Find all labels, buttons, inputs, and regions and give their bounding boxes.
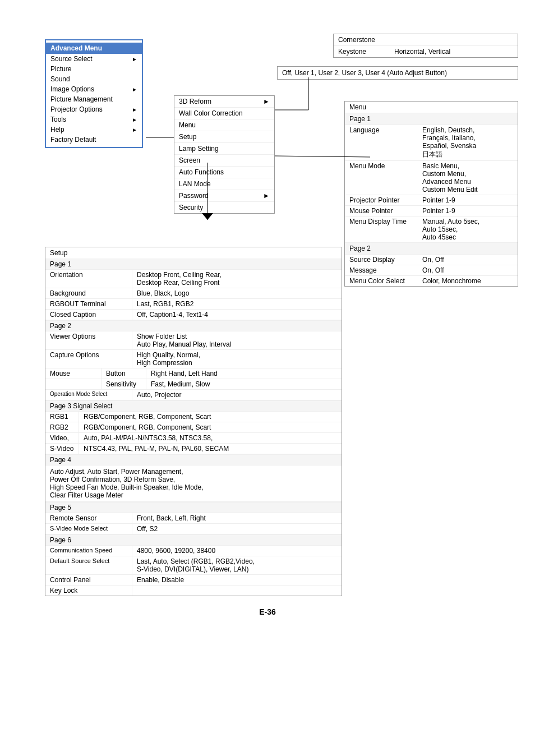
setup-row-caption: Closed Caption Off, Caption1-4, Text1-4	[45, 310, 342, 320]
menu-row-mode: Menu Mode Basic Menu,Custom Menu,Advance…	[345, 160, 518, 195]
setup-row-svideo-mode: S-Video Mode Select Off, S2	[45, 524, 342, 534]
setup-row-orientation: Orientation Desktop Front, Ceiling Rear,…	[45, 270, 342, 288]
reform-item-auto: Auto Functions	[174, 167, 274, 178]
advanced-menu-box: Advanced Menu Source Select ► Picture So…	[45, 39, 143, 148]
menu-right-title: Menu	[345, 102, 518, 113]
keystone-label: Keystone	[334, 46, 390, 57]
setup-row-remote: Remote Sensor Front, Back, Left, Right	[45, 513, 342, 524]
menu-item-projector-options[interactable]: Projector Options ►	[46, 104, 142, 114]
menu-item-image-options[interactable]: Image Options ►	[46, 84, 142, 94]
menu-page1-title: Page 1	[345, 113, 518, 125]
setup-row-default-source: Default Source Select Last, Auto, Select…	[45, 556, 342, 575]
menu-row-proj-pointer: Projector Pointer Pointer 1-9	[345, 195, 518, 205]
svg-marker-5	[202, 213, 213, 220]
menu-row-mouse-pointer: Mouse Pointer Pointer 1-9	[345, 205, 518, 216]
setup-row-rgb1: RGB1 RGB/Component, RGB, Component, Scar…	[45, 412, 342, 422]
cornerstone-label: Cornerstone	[334, 34, 518, 45]
setup-row-control: Control Panel Enable, Disable	[45, 575, 342, 586]
arrow-icon: ►	[132, 107, 137, 113]
setup-row-comm-speed: Communication Speed 4800, 9600, 19200, 3…	[45, 546, 342, 556]
setup-page2-title: Page 2	[45, 320, 342, 331]
menu-row-language: Language English, Deutsch,Français, Ital…	[345, 125, 518, 160]
setup-row-mouse-sens: Sensitivity Fast, Medium, Slow	[45, 379, 342, 390]
menu-row-source-display: Source Display On, Off	[345, 254, 518, 265]
setup-row-svideo: S-Video NTSC4.43, PAL, PAL-M, PAL-N, PAL…	[45, 444, 342, 454]
setup-outer: Setup Page 1 Orientation Desktop Front, …	[45, 247, 342, 596]
reform-item-screen: Screen	[174, 155, 274, 167]
menu-page2-title: Page 2	[345, 242, 518, 254]
menu-item-picture-management[interactable]: Picture Management	[46, 94, 142, 104]
menu-item-source-select[interactable]: Source Select ►	[46, 54, 142, 64]
cornerstone-box: Cornerstone Keystone Horizontal, Vertica…	[333, 34, 518, 58]
setup-row-operation: Operation Mode Select Auto, Projector	[45, 390, 342, 400]
reform-box: 3D Reform ► Wall Color Correction Menu S…	[174, 95, 275, 214]
menu-right-box: Menu Page 1 Language English, Deutsch,Fr…	[344, 101, 518, 287]
menu-item-sound[interactable]: Sound	[46, 74, 142, 84]
reform-item-lan: LAN Mode	[174, 178, 274, 190]
reform-item-lamp: Lamp Setting	[174, 143, 274, 155]
arrow-icon: ►	[263, 98, 270, 105]
menu-item-picture[interactable]: Picture	[46, 64, 142, 74]
page-number: E-36	[17, 607, 518, 616]
reform-item-menu: Menu	[174, 119, 274, 131]
menu-item-help[interactable]: Help ►	[46, 125, 142, 135]
setup-row-capture: Capture Options High Quality, Normal,Hig…	[45, 350, 342, 368]
reform-item-password: Password ►	[174, 190, 274, 202]
setup-page1-title: Page 1	[45, 259, 342, 270]
setup-row-rgbout: RGBOUT Terminal Last, RGB1, RGB2	[45, 299, 342, 310]
reform-item-wall: Wall Color Correction	[174, 108, 274, 119]
setup-row-video: Video, Auto, PAL-M/PAL-N/NTSC3.58, NTSC3…	[45, 433, 342, 444]
setup-page4-text: Auto Adjust, Auto Start, Power Managemen…	[45, 465, 342, 502]
arrow-icon: ►	[132, 117, 137, 123]
setup-page3-title: Page 3 Signal Select	[45, 400, 342, 412]
menu-row-color-select: Menu Color Select Color, Monochrome	[345, 275, 518, 286]
menu-row-message: Message On, Off	[345, 265, 518, 275]
setup-row-mouse-button: Mouse Button Right Hand, Left Hand	[45, 368, 342, 379]
setup-row-viewer: Viewer Options Show Folder ListAuto Play…	[45, 331, 342, 350]
setup-page6-title: Page 6	[45, 534, 342, 546]
setup-row-keylock: Key Lock	[45, 586, 342, 596]
setup-title: Setup	[45, 247, 342, 259]
setup-row-background: Background Blue, Black, Logo	[45, 288, 342, 299]
setup-page5-title: Page 5	[45, 502, 342, 513]
reform-item-3d: 3D Reform ►	[174, 96, 274, 108]
advanced-menu-title: Advanced Menu	[46, 43, 142, 54]
setup-row-rgb2: RGB2 RGB/Component, RGB, Component, Scar…	[45, 422, 342, 433]
setup-page4-title: Page 4	[45, 454, 342, 465]
menu-item-factory-default[interactable]: Factory Default	[46, 135, 142, 145]
off-user-box: Off, User 1, User 2, User 3, User 4 (Aut…	[277, 66, 518, 80]
arrow-icon: ►	[132, 127, 137, 133]
reform-item-security: Security	[174, 202, 274, 213]
menu-row-display-time: Menu Display Time Manual, Auto 5sec,Auto…	[345, 216, 518, 242]
arrow-icon: ►	[132, 86, 137, 93]
reform-item-setup: Setup	[174, 131, 274, 143]
arrow-icon: ►	[132, 56, 137, 62]
arrow-icon: ►	[263, 192, 270, 200]
menu-item-tools[interactable]: Tools ►	[46, 114, 142, 125]
keystone-value: Horizontal, Vertical	[390, 46, 455, 57]
